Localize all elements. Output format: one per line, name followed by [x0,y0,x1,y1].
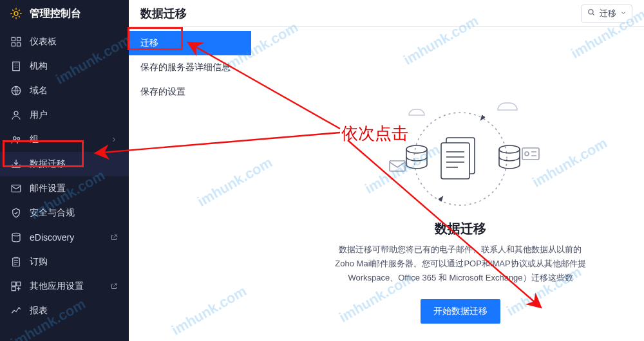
sidebar-item-label: 数据迁移 [30,158,118,170]
building-icon [10,60,22,72]
sidebar-item-org[interactable]: 机构 [0,54,129,78]
search-scope-dropdown[interactable]: 迁移 [581,5,632,23]
sidebar: 管理控制台 仪表板 机构 域名 用户 组 [0,0,129,341]
sidebar-item-label: 机构 [30,60,118,72]
svg-rect-22 [390,161,405,171]
sidebar-item-label: 用户 [30,109,118,121]
sidebar-item-dashboard[interactable]: 仪表板 [0,30,129,54]
sidebar-item-label: 邮件设置 [30,183,118,194]
sidebar-item-mailsettings[interactable]: 邮件设置 [0,176,129,201]
mail-gear-icon [10,183,22,194]
sidebar-item-label: 域名 [30,85,118,97]
sidebar-item-label: 订购 [30,256,118,268]
svg-point-11 [12,233,20,236]
sidebar-item-label: 其他应用设置 [30,281,102,292]
content: 数据迁移 数据迁移可帮助您将已有的电子邮件、联系人和其他数据从以前的 Zoho … [251,27,644,341]
svg-point-8 [14,137,17,140]
subnav-item-saved-settings[interactable]: 保存的设置 [129,80,251,104]
sidebar-nav: 仪表板 机构 域名 用户 组 数据迁移 [0,27,129,323]
svg-point-18 [406,145,427,153]
sidebar-item-security[interactable]: 安全与合规 [0,201,129,225]
page-title: 数据迁移 [140,6,187,21]
dashboard-icon [10,36,22,48]
svg-point-16 [589,10,593,14]
svg-rect-10 [12,185,21,192]
subnav-item-label: 迁移 [140,37,158,49]
svg-rect-3 [12,43,15,46]
sidebar-item-label: 仪表板 [30,36,118,48]
external-link-icon [109,233,118,242]
svg-point-0 [14,12,18,15]
svg-point-9 [17,138,20,140]
sidebar-item-label: 报表 [30,305,118,317]
chart-line-icon [10,305,22,317]
chevron-right-icon [109,135,118,144]
svg-rect-13 [12,282,15,286]
sidebar-item-domain[interactable]: 域名 [0,78,129,103]
clipboard-icon [10,256,22,268]
subnav: 迁移 保存的服务器详细信息 保存的设置 [129,27,251,341]
sidebar-item-label: 组 [30,134,102,145]
svg-rect-15 [12,287,15,291]
apps-icon [10,281,22,292]
svg-rect-14 [17,282,21,286]
user-icon [10,109,22,121]
svg-rect-21 [441,143,469,179]
group-icon [10,134,22,145]
hero-description: 数据迁移可帮助您将已有的电子邮件、联系人和其他数据从以前的 Zoho Mail邮… [335,243,585,285]
page-header: 数据迁移 迁移 [129,0,644,27]
svg-point-24 [525,152,529,156]
sidebar-item-migration[interactable]: 数据迁移 [0,152,129,176]
svg-point-7 [14,111,18,115]
search-scope-label: 迁移 [600,8,616,19]
svg-rect-2 [17,37,21,41]
svg-rect-1 [12,37,15,41]
chevron-down-icon [620,8,627,18]
svg-point-19 [499,145,520,153]
migration-illustration-icon [377,98,544,207]
archive-icon [10,232,22,243]
subnav-item-saved-servers[interactable]: 保存的服务器详细信息 [129,55,251,80]
hero: 数据迁移 数据迁移可帮助您将已有的电子邮件、联系人和其他数据从以前的 Zoho … [251,98,644,324]
start-migration-button[interactable]: 开始数据迁移 [421,299,500,324]
search-icon [587,8,596,19]
brand-logo-icon [9,6,23,21]
sidebar-item-groups[interactable]: 组 [0,127,129,152]
hero-title: 数据迁移 [435,220,486,237]
external-link-icon [109,282,118,291]
svg-rect-4 [17,43,21,46]
sidebar-item-ediscovery[interactable]: eDiscovery [0,225,129,250]
sidebar-item-label: eDiscovery [30,232,102,243]
sidebar-item-subscription[interactable]: 订购 [0,250,129,274]
brand: 管理控制台 [0,0,129,27]
svg-rect-5 [13,62,20,71]
shield-icon [10,207,22,219]
globe-icon [10,85,22,97]
sidebar-item-reports[interactable]: 报表 [0,299,129,323]
subnav-item-label: 保存的服务器详细信息 [140,62,231,73]
main: 数据迁移 迁移 迁移 保存的服务器详细信息 保存的设置 [129,0,644,341]
inbox-download-icon [10,158,22,170]
brand-title: 管理控制台 [30,7,81,21]
main-body: 迁移 保存的服务器详细信息 保存的设置 [129,27,644,341]
sidebar-item-otherapps[interactable]: 其他应用设置 [0,274,129,299]
subnav-item-label: 保存的设置 [140,86,185,98]
subnav-item-migrate[interactable]: 迁移 [129,31,251,55]
sidebar-item-label: 安全与合规 [30,207,118,219]
sidebar-item-users[interactable]: 用户 [0,103,129,127]
